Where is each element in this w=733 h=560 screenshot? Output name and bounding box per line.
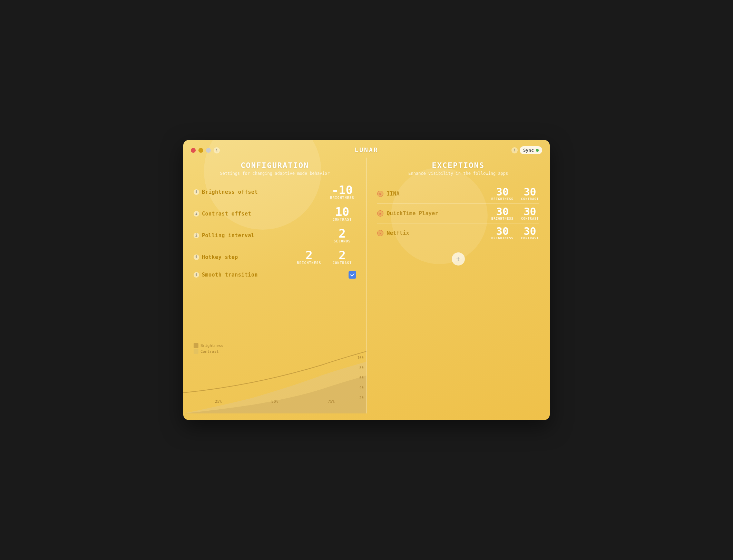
checkmark-icon [350,272,355,277]
add-exception-wrapper: + [377,247,540,266]
polling-interval-info-icon[interactable]: i [194,233,199,238]
close-button[interactable] [191,148,196,153]
smooth-transition-label: i Smooth transition [194,272,258,278]
remove-netflix-button[interactable]: ✕ [377,230,383,236]
hotkey-step-row: i Hotkey step 2 BRIGHTNESS 2 CONTRAST [194,249,356,265]
contrast-offset-value[interactable]: 10 CONTRAST [329,206,356,221]
main-window: i LUNAR i Sync CONFIGURATION Settings fo… [183,140,550,420]
brightness-offset-value[interactable]: -10 BRIGHTNESS [329,184,356,200]
hotkey-brightness-value[interactable]: 2 BRIGHTNESS [295,249,323,265]
info-icon[interactable]: i [214,147,220,153]
contrast-offset-label: i Contrast offset [194,211,251,217]
iina-brightness-value[interactable]: 30 BRIGHTNESS [491,187,514,201]
configuration-panel: CONFIGURATION Settings for changing adap… [183,158,367,413]
quicktime-values: 30 BRIGHTNESS 30 CONTRAST [491,207,539,220]
netflix-name-row: ✕ Netflix [377,230,409,236]
chart-x-label-75: 75% [328,399,335,404]
netflix-values: 30 BRIGHTNESS 30 CONTRAST [491,226,539,240]
exceptions-panel: EXCEPTIONS Enhance visibility in the fol… [367,158,550,413]
hotkey-step-info-icon[interactable]: i [194,254,199,260]
sync-status-dot [536,149,539,152]
config-subtitle: Settings for changing adaptive mode beha… [194,171,356,176]
iina-values: 30 BRIGHTNESS 30 CONTRAST [491,187,539,201]
exception-row-netflix: ✕ Netflix 30 BRIGHTNESS 30 CONTRAST [377,223,540,243]
exception-row-quicktime: ✕ QuickTime Player 30 BRIGHTNESS 30 CONT… [377,204,540,223]
hotkey-contrast-value[interactable]: 2 CONTRAST [329,249,356,265]
exceptions-subtitle: Enhance visibility in the following apps [377,171,540,176]
smooth-transition-row: i Smooth transition [194,271,356,279]
exceptions-list: ✕ IINA 30 BRIGHTNESS 30 CONTRAST [377,184,540,243]
polling-interval-row: i Polling interval 2 SECONDS [194,228,356,243]
quicktime-contrast-value[interactable]: 30 CONTRAST [520,207,539,220]
hotkey-step-values: 2 BRIGHTNESS 2 CONTRAST [295,249,356,265]
sync-toggle: i Sync [511,146,542,154]
iina-contrast-value[interactable]: 30 CONTRAST [520,187,539,201]
chart-y-label-40: 40 [357,386,363,390]
polling-interval-value[interactable]: 2 SECONDS [329,228,356,243]
config-title: CONFIGURATION [194,161,356,170]
polling-interval-label: i Polling interval [194,232,255,239]
netflix-contrast-value[interactable]: 30 CONTRAST [520,226,539,240]
traffic-lights [191,148,211,153]
minimize-button[interactable] [198,148,203,153]
maximize-button[interactable] [206,148,211,153]
remove-iina-button[interactable]: ✕ [377,191,383,197]
contrast-offset-row: i Contrast offset 10 CONTRAST [194,206,356,221]
smooth-transition-info-icon[interactable]: i [194,272,199,278]
iina-app-name: IINA [387,191,400,197]
smooth-transition-checkbox[interactable] [349,271,356,279]
app-title: LUNAR [354,146,378,153]
hotkey-step-label: i Hotkey step [194,254,238,260]
quicktime-brightness-value[interactable]: 30 BRIGHTNESS [491,207,514,220]
add-exception-button[interactable]: + [452,252,465,266]
exception-row-iina: ✕ IINA 30 BRIGHTNESS 30 CONTRAST [377,184,540,204]
netflix-app-name: Netflix [387,230,409,236]
sync-info-icon[interactable]: i [511,147,518,153]
chart-area: 25% 50% 75% 20 40 60 80 100 [183,344,366,413]
chart-y-labels: 20 40 60 80 100 [357,356,363,400]
chart-x-labels: 25% 50% 75% [183,399,366,404]
sync-label: Sync [523,148,534,153]
sync-pill[interactable]: Sync [520,146,542,154]
netflix-brightness-value[interactable]: 30 BRIGHTNESS [491,226,514,240]
titlebar: i LUNAR i Sync [183,140,550,154]
quicktime-name-row: ✕ QuickTime Player [377,210,438,217]
chart-x-label-25: 25% [215,399,222,404]
chart-y-label-100: 100 [357,356,363,360]
brightness-offset-row: i Brightness offset -10 BRIGHTNESS [194,184,356,200]
quicktime-app-name: QuickTime Player [387,210,438,217]
chart-y-label-80: 80 [357,366,363,370]
remove-quicktime-button[interactable]: ✕ [377,210,383,217]
main-content: CONFIGURATION Settings for changing adap… [183,154,550,413]
contrast-offset-info-icon[interactable]: i [194,211,199,217]
chart-x-label-50: 50% [271,399,278,404]
brightness-offset-info-icon[interactable]: i [194,189,199,195]
iina-name-row: ✕ IINA [377,191,400,197]
chart-y-label-60: 60 [357,376,363,380]
brightness-offset-label: i Brightness offset [194,189,258,195]
chart-y-label-20: 20 [357,396,363,400]
exceptions-title: EXCEPTIONS [377,161,540,170]
